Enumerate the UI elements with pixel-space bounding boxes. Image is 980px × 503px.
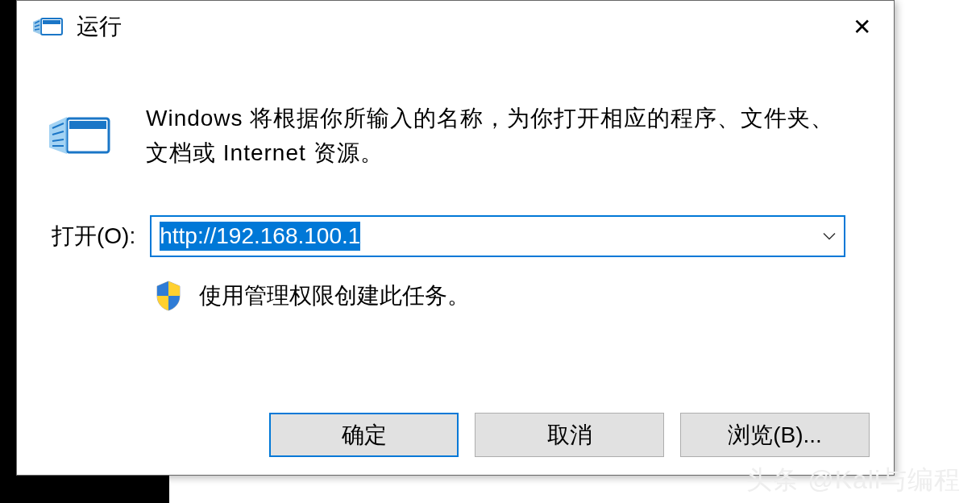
- run-dialog: 运行 ✕ Windows 将根据你所输入的名称，为你打开相应的程序、文件夹、文档…: [16, 0, 895, 476]
- svg-rect-1: [43, 20, 60, 24]
- shield-icon: [154, 280, 183, 312]
- input-selected-text: http://192.168.100.1: [160, 222, 360, 251]
- watermark-text: 头条 @Kali与编程: [746, 463, 961, 498]
- browse-button[interactable]: 浏览(B)...: [680, 413, 870, 457]
- titlebar: 运行 ✕: [17, 1, 894, 52]
- dialog-content: Windows 将根据你所输入的名称，为你打开相应的程序、文件夹、文档或 Int…: [17, 52, 894, 328]
- chevron-down-icon: [823, 227, 836, 244]
- admin-note-row: 使用管理权限创建此任务。: [154, 280, 845, 312]
- open-label: 打开(O):: [52, 221, 135, 252]
- cancel-button[interactable]: 取消: [475, 413, 664, 457]
- open-combobox[interactable]: http://192.168.100.1: [150, 215, 845, 257]
- button-row: 确定 取消 浏览(B)...: [269, 413, 870, 457]
- dialog-title: 运行: [77, 11, 837, 42]
- run-icon-small: [33, 14, 65, 39]
- svg-rect-3: [69, 121, 106, 129]
- close-button[interactable]: ✕: [837, 6, 886, 47]
- run-icon-large: [49, 109, 114, 165]
- description-row: Windows 将根据你所输入的名称，为你打开相应的程序、文件夹、文档或 Int…: [49, 101, 845, 171]
- description-text: Windows 将根据你所输入的名称，为你打开相应的程序、文件夹、文档或 Int…: [146, 101, 845, 171]
- admin-note-text: 使用管理权限创建此任务。: [199, 281, 470, 311]
- ok-button[interactable]: 确定: [269, 413, 459, 457]
- open-input[interactable]: http://192.168.100.1: [152, 217, 804, 256]
- close-icon: ✕: [853, 14, 871, 40]
- input-row: 打开(O): http://192.168.100.1: [49, 215, 845, 257]
